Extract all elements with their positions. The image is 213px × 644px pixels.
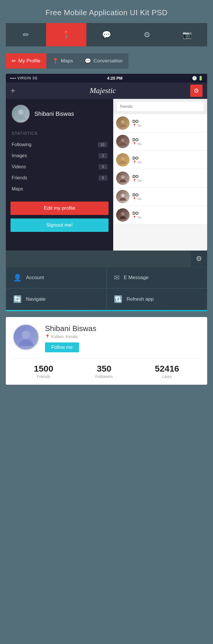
toolbar-btn-camera[interactable]: 📷 bbox=[167, 23, 207, 46]
toolbar-btn-chat[interactable]: 💬 bbox=[86, 23, 127, 46]
main-content: Shibani Biswas Statistics Following 10 I… bbox=[6, 99, 207, 251]
svg-point-6 bbox=[121, 157, 125, 160]
friend-info-6: DO 📍Na bbox=[132, 211, 142, 219]
stat-row-videos[interactable]: Videos 5 bbox=[6, 161, 113, 172]
card-location: 📍 Kollam, Kerala bbox=[45, 334, 96, 339]
friend-location-1: 📍Na bbox=[132, 124, 142, 127]
friend-info-4: DO 📍Na bbox=[132, 174, 142, 183]
friend-avatar-4 bbox=[116, 172, 130, 185]
svg-point-12 bbox=[121, 212, 125, 216]
action-emessage[interactable]: ✉ E Message bbox=[107, 267, 207, 288]
friend-name-1: DO bbox=[132, 119, 142, 124]
status-bar: ▪▪▪▪ VIRGIN 3G 4:20 PM 🕐 🔋 bbox=[6, 74, 207, 83]
friend-item-6[interactable]: DO 📍Na bbox=[113, 206, 207, 224]
navigate-icon: 🔄 bbox=[13, 295, 22, 303]
header-gear-icon: ⚙ bbox=[194, 87, 199, 94]
follow-me-button[interactable]: Follow me bbox=[45, 342, 79, 352]
friend-item-4[interactable]: DO 📍Na bbox=[113, 169, 207, 188]
emessage-icon: ✉ bbox=[114, 274, 120, 282]
friends-panel: DO 📍Na DO 📍Na DO 📍Na bbox=[113, 99, 207, 251]
friend-item-3[interactable]: DO 📍Na bbox=[113, 151, 207, 169]
edit-icon: ✏ bbox=[23, 30, 29, 39]
account-label: Account bbox=[26, 275, 44, 281]
stat-likes: 52416 Likes bbox=[155, 364, 179, 379]
toolbar-btn-settings[interactable]: ⚙ bbox=[127, 23, 167, 46]
settings-gear-button[interactable]: ⚙ bbox=[191, 251, 207, 267]
friends-search bbox=[113, 99, 207, 114]
tab-conversation[interactable]: 💬 Conversation bbox=[79, 53, 128, 69]
stat-badge-images: 2 bbox=[99, 153, 107, 158]
stat-followers-label: Followers bbox=[95, 374, 113, 379]
tab-edit-icon: ✏ bbox=[12, 58, 16, 64]
friend-location-3: 📍Na bbox=[132, 160, 142, 164]
stat-row-following[interactable]: Following 10 bbox=[6, 139, 113, 150]
friend-item-2[interactable]: DO 📍Na bbox=[113, 132, 207, 151]
profile-name: Shibani Biswas bbox=[34, 111, 74, 117]
toolbar-btn-location[interactable]: 📍 bbox=[46, 23, 86, 46]
svg-point-13 bbox=[120, 216, 126, 219]
signout-button[interactable]: Signout me! bbox=[11, 218, 109, 232]
emessage-label: E Message bbox=[124, 275, 149, 281]
icon-toolbar: ✏ 📍 💬 ⚙ 📷 bbox=[6, 23, 207, 46]
tab-my-profile[interactable]: ✏ My Profile bbox=[6, 53, 46, 69]
refresh-label: Refresh app bbox=[127, 296, 154, 302]
friend-name-3: DO bbox=[132, 156, 142, 160]
stat-followers-num: 350 bbox=[95, 364, 113, 374]
plus-button[interactable]: + bbox=[11, 86, 15, 95]
friend-avatar-6 bbox=[116, 208, 130, 222]
maps-row[interactable]: Maps bbox=[6, 183, 113, 195]
action-grid: 👤 Account ✉ E Message 🔄 Navigate 🔃 Refre… bbox=[6, 267, 207, 310]
profile-header: Shibani Biswas bbox=[6, 105, 113, 129]
tab-chat-icon: 💬 bbox=[85, 58, 91, 64]
svg-point-7 bbox=[120, 161, 126, 164]
signal-text: ▪▪▪▪ VIRGIN 3G bbox=[10, 76, 38, 80]
action-navigate[interactable]: 🔄 Navigate bbox=[6, 288, 107, 310]
svg-point-8 bbox=[121, 175, 125, 179]
friend-info-2: DO 📍Na bbox=[132, 137, 142, 146]
stat-likes-label: Likes bbox=[155, 374, 179, 379]
action-grid-border bbox=[6, 310, 207, 311]
friend-info-1: DO 📍Na bbox=[132, 119, 142, 127]
page-title: Free Mobile Application UI Kit PSD bbox=[0, 0, 213, 23]
settings-gear-icon: ⚙ bbox=[196, 255, 202, 263]
friend-avatar-5 bbox=[116, 190, 130, 203]
stat-label-friends: Friends bbox=[12, 175, 27, 181]
tab-bar: ✏ My Profile 📍 Maps 💬 Conversation bbox=[6, 53, 207, 69]
tab-maps[interactable]: 📍 Maps bbox=[46, 53, 79, 69]
profile-panel: Shibani Biswas Statistics Following 10 I… bbox=[6, 99, 113, 251]
edit-profile-button[interactable]: Edit my profile bbox=[11, 202, 109, 215]
search-input[interactable] bbox=[117, 102, 204, 111]
stat-friends: 1500 Friends bbox=[34, 364, 53, 379]
friend-item-5[interactable]: DO 📍Na bbox=[113, 188, 207, 206]
svg-point-1 bbox=[16, 116, 25, 120]
card-location-icon: 📍 bbox=[45, 334, 50, 339]
svg-point-11 bbox=[120, 198, 126, 201]
friend-name-6: DO bbox=[132, 211, 142, 216]
app-header: + Majestic ⚙ bbox=[6, 83, 207, 99]
stat-likes-num: 52416 bbox=[155, 364, 179, 374]
svg-point-2 bbox=[121, 120, 125, 124]
svg-point-9 bbox=[120, 179, 126, 182]
friend-item-1[interactable]: DO 📍Na bbox=[113, 114, 207, 132]
action-refresh[interactable]: 🔃 Refresh app bbox=[107, 288, 207, 310]
card-name: Shibani Biswas bbox=[45, 324, 96, 333]
svg-point-15 bbox=[19, 340, 33, 346]
friend-location-5: 📍Na bbox=[132, 197, 142, 201]
friend-name-2: DO bbox=[132, 137, 142, 142]
time-display: 4:20 PM bbox=[107, 76, 123, 80]
friend-avatar-3 bbox=[116, 153, 130, 167]
action-account[interactable]: 👤 Account bbox=[6, 267, 107, 288]
stat-badge-friends: 5 bbox=[99, 175, 107, 181]
friend-name-4: DO bbox=[132, 174, 142, 179]
header-gear-button[interactable]: ⚙ bbox=[190, 85, 202, 97]
profile-card-avatar bbox=[13, 324, 39, 350]
stat-row-images[interactable]: Images 2 bbox=[6, 150, 113, 161]
svg-point-4 bbox=[121, 139, 125, 142]
stat-label-images: Images bbox=[12, 153, 27, 158]
toolbar-btn-edit[interactable]: ✏ bbox=[6, 23, 46, 46]
navigate-label: Navigate bbox=[26, 296, 46, 302]
stat-badge-following: 10 bbox=[98, 142, 107, 147]
stat-row-friends[interactable]: Friends 5 bbox=[6, 172, 113, 183]
profile-card-top: Shibani Biswas 📍 Kollam, Kerala Follow m… bbox=[13, 324, 200, 352]
friend-name-5: DO bbox=[132, 192, 142, 197]
